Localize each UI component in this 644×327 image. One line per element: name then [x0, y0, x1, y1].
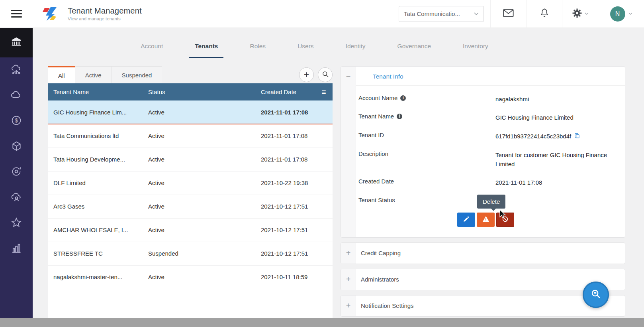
bottom-bar	[0, 318, 644, 327]
accordion-administrators[interactable]: + Administrators	[341, 269, 625, 290]
expand-toggle[interactable]: +	[341, 295, 356, 316]
filter-tab-active[interactable]: Active	[75, 66, 112, 83]
plus-icon: +	[346, 275, 351, 284]
col-status: Status	[143, 83, 255, 100]
table-row[interactable]: AMCHAR WHOLESALE, I... Active 2021-10-12…	[48, 218, 333, 242]
settings-button[interactable]	[562, 0, 598, 28]
filter-tab-suspended[interactable]: Suspended	[112, 66, 162, 83]
sidebar-item-favorites[interactable]	[0, 211, 33, 236]
cell-status: Active	[143, 171, 255, 195]
accordion-notification-settings[interactable]: + Notification Settings	[341, 295, 625, 317]
field-value	[495, 197, 615, 203]
chevron-down-icon	[628, 12, 632, 15]
delete-tooltip: Delete	[477, 195, 505, 209]
svg-text:$: $	[15, 117, 18, 124]
cell-tenant-name: DLF Limited	[48, 171, 143, 195]
institution-icon	[10, 36, 22, 49]
cell-created: 2021-10-12 17:51	[255, 242, 315, 265]
sidebar-item-cloud[interactable]	[0, 83, 33, 108]
field-label: Account Name	[358, 95, 397, 101]
field-value: GIC Housing Finance Limited	[495, 113, 615, 122]
table-row[interactable]: Tata Housing Developme... Active 2021-11…	[48, 148, 333, 171]
tab-tenants[interactable]: Tenants	[189, 43, 223, 58]
cell-created: 2021-10-12 17:51	[255, 195, 315, 218]
sidebar-item-packages[interactable]	[0, 134, 33, 160]
bar-chart-icon	[10, 242, 22, 256]
table-header-row: Tenant Name Status Created Date ≡	[48, 83, 333, 100]
cell-status: Active	[143, 265, 255, 289]
cell-created: 2021-11-01 17:08	[255, 100, 315, 124]
cell-tenant-name: GIC Housing Finance Lim...	[48, 100, 143, 124]
bell-icon	[540, 8, 549, 20]
cloud-icon	[10, 89, 23, 103]
tenant-info-content: Tenant Info Account Name i nagalakshmi	[356, 67, 625, 237]
field-value: 2021-11-01 17:08	[495, 178, 615, 187]
cell-status: Active	[143, 195, 255, 218]
table-row[interactable]: nagalakshmi-master-ten... Active 2021-10…	[48, 265, 333, 289]
table-row[interactable]: Tata Communications ltd Active 2021-11-0…	[48, 124, 333, 148]
filter-tab-all[interactable]: All	[48, 66, 75, 83]
cell-tenant-name: AMCHAR WHOLESALE, I...	[48, 218, 143, 242]
tenant-detail-panel: − Tenant Info Account Name i nagalakshmi	[341, 66, 625, 317]
tab-account[interactable]: Account	[135, 43, 168, 58]
chevron-down-icon	[474, 12, 479, 16]
avatar: N	[610, 6, 625, 22]
accordion-credit-capping[interactable]: + Credit Capping	[341, 242, 625, 264]
table-row[interactable]: STRESSFREE TC Suspended 2021-10-12 17:51	[48, 242, 333, 265]
info-icon[interactable]: i	[400, 95, 406, 101]
accordion-content: Credit Capping	[356, 243, 625, 264]
cell-tenant-name: nagalakshmi-master-ten...	[48, 265, 143, 289]
menu-bar	[11, 10, 22, 11]
add-tenant-button[interactable]: +	[299, 67, 314, 82]
edit-tenant-button[interactable]	[457, 213, 475, 227]
sidebar-item-settings-sync[interactable]	[0, 160, 33, 185]
suspend-tenant-button[interactable]	[477, 213, 495, 227]
tab-governance[interactable]: Governance	[392, 43, 437, 58]
delete-tenant-button[interactable]	[496, 213, 514, 227]
dollar-circle-icon: $	[10, 114, 22, 128]
sidebar-item-cloud-users[interactable]	[0, 185, 33, 211]
mail-button[interactable]	[490, 0, 526, 28]
section-title: Credit Capping	[356, 243, 625, 264]
tab-roles[interactable]: Roles	[244, 43, 271, 58]
tenant-actions: Delete	[457, 213, 514, 227]
expand-toggle[interactable]: +	[341, 269, 356, 290]
notifications-button[interactable]	[526, 0, 562, 28]
tab-inventory[interactable]: Inventory	[457, 43, 494, 58]
table-row[interactable]: Arc3 Gases Active 2021-10-12 17:51	[48, 195, 333, 218]
chevron-down-icon	[585, 12, 589, 15]
column-menu-button[interactable]: ≡	[315, 83, 333, 100]
user-menu[interactable]: N	[598, 0, 644, 28]
org-selector-value: Tata Communicatio...	[404, 10, 460, 17]
sidebar-item-institution[interactable]	[0, 28, 33, 57]
info-icon[interactable]: i	[397, 114, 402, 119]
field-tenant-id: Tenant ID 617fd1b93722414c5c23bd4f	[358, 132, 615, 141]
menu-button[interactable]	[0, 10, 33, 18]
tab-users[interactable]: Users	[292, 43, 319, 58]
content-row: All Active Suspended +	[33, 58, 644, 323]
table-row[interactable]: GIC Housing Finance Lim... Active 2021-1…	[48, 100, 333, 124]
sidebar-item-cloud-network[interactable]	[0, 57, 33, 83]
col-created-date: Created Date	[255, 83, 315, 100]
cancel-icon	[501, 215, 509, 224]
field-value: 617fd1b93722414c5c23bd4f	[495, 132, 571, 141]
page-subtitle: View and manage tenants	[68, 16, 142, 21]
tab-identity[interactable]: Identity	[340, 43, 371, 58]
warning-icon	[482, 215, 490, 224]
copy-icon[interactable]	[574, 132, 580, 141]
star-icon	[10, 217, 22, 230]
table-row[interactable]: DLF Limited Active 2021-10-22 19:38	[48, 171, 333, 195]
menu-bar	[11, 16, 22, 18]
gear-icon	[572, 8, 582, 20]
sidebar-item-analytics[interactable]	[0, 236, 33, 262]
expand-toggle[interactable]: +	[341, 243, 356, 264]
help-search-fab[interactable]	[583, 282, 609, 308]
org-selector[interactable]: Tata Communicatio...	[399, 6, 484, 22]
sidebar-item-billing[interactable]: $	[0, 108, 33, 134]
search-button[interactable]	[318, 67, 333, 82]
collapse-toggle[interactable]: −	[341, 67, 356, 237]
accordion-content: Administrators	[356, 269, 625, 290]
field-label: Tenant ID	[358, 132, 384, 138]
page-title: Tenant Management	[68, 6, 142, 16]
tenant-management-app: Tenant Management View and manage tenant…	[0, 0, 644, 327]
